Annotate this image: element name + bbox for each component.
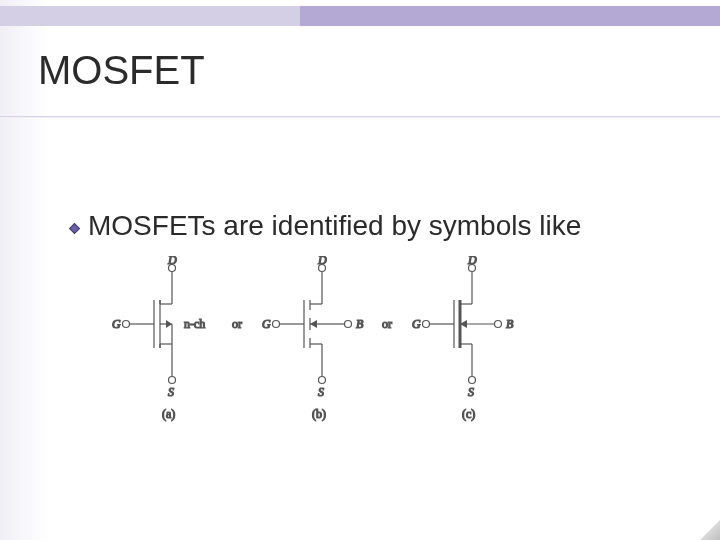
svg-point-5 xyxy=(169,377,176,384)
label-body-b: B xyxy=(356,317,364,331)
caption-a: (a) xyxy=(162,407,175,421)
svg-point-31 xyxy=(345,321,352,328)
svg-marker-32 xyxy=(310,320,317,328)
svg-point-13 xyxy=(123,321,130,328)
label-source-a: S xyxy=(168,385,174,399)
slide-top-band-right xyxy=(300,6,720,26)
caption-c: (c) xyxy=(462,407,475,421)
label-body-c: B xyxy=(506,317,514,331)
svg-point-20 xyxy=(319,377,326,384)
label-or-1: or xyxy=(232,317,242,331)
label-gate-b: G xyxy=(262,317,271,331)
label-channel: n-ch xyxy=(184,317,205,331)
bullet-text: MOSFETs are identified by symbols like xyxy=(88,210,581,242)
slide-title: MOSFET xyxy=(38,48,205,93)
svg-point-44 xyxy=(495,321,502,328)
label-or-2: or xyxy=(382,317,392,331)
label-drain-b: D xyxy=(317,256,327,267)
label-gate-c: G xyxy=(412,317,421,331)
mosfet-symbols-figure: D S G n-ch (a) or D S G B (b) or xyxy=(100,256,520,436)
slide-corner-fold-icon xyxy=(700,520,720,540)
svg-point-28 xyxy=(273,321,280,328)
title-underline-shadow xyxy=(0,117,720,118)
svg-marker-16 xyxy=(166,320,172,328)
label-source-b: S xyxy=(318,385,324,399)
label-drain-c: D xyxy=(467,256,477,267)
svg-rect-0 xyxy=(70,224,80,234)
svg-point-42 xyxy=(423,321,430,328)
diamond-bullet-icon xyxy=(68,222,81,235)
label-drain-a: D xyxy=(167,256,177,267)
caption-b: (b) xyxy=(312,407,326,421)
svg-point-36 xyxy=(469,377,476,384)
label-gate-a: G xyxy=(112,317,121,331)
label-source-c: S xyxy=(468,385,474,399)
